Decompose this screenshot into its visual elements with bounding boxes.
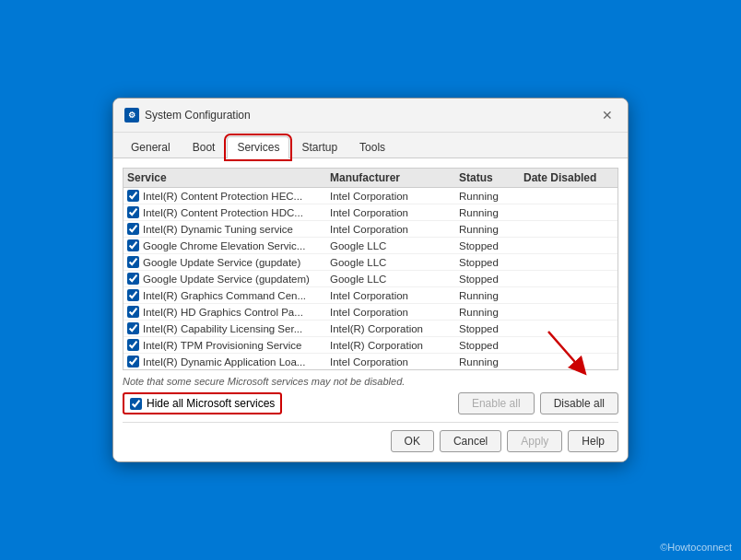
service-label: Intel(R) TPM Provisioning Service bbox=[143, 340, 301, 351]
service-checkbox[interactable] bbox=[127, 256, 139, 268]
service-checkbox[interactable] bbox=[127, 306, 139, 318]
service-status: Running bbox=[459, 207, 523, 218]
col-date-disabled: Date Disabled bbox=[523, 171, 616, 184]
service-name-cell: Google Chrome Elevation Servic... bbox=[127, 239, 330, 251]
service-checkbox[interactable] bbox=[127, 289, 139, 301]
hide-ms-text: Hide all Microsoft services bbox=[147, 397, 275, 410]
service-status: Running bbox=[459, 224, 523, 235]
service-manufacturer: Intel Corporation bbox=[330, 224, 459, 235]
enable-disable-buttons: Enable all Disable all bbox=[458, 392, 618, 414]
service-checkbox[interactable] bbox=[127, 356, 139, 368]
table-row: Intel(R) Content Protection HDC... Intel… bbox=[124, 204, 618, 221]
bottom-row: Hide all Microsoft services Enable all D… bbox=[123, 392, 618, 414]
service-manufacturer: Google LLC bbox=[330, 274, 459, 285]
help-button[interactable]: Help bbox=[568, 430, 618, 452]
service-manufacturer: Intel(R) Corporation bbox=[330, 323, 459, 334]
service-manufacturer: Intel Corporation bbox=[330, 290, 459, 301]
table-row: Intel(R) Content Protection HEC... Intel… bbox=[124, 188, 618, 204]
watermark: ©Howtoconnect bbox=[660, 542, 732, 553]
service-manufacturer: Google LLC bbox=[330, 240, 459, 251]
service-checkbox[interactable] bbox=[127, 206, 139, 218]
tab-bar: General Boot Services Startup Tools bbox=[113, 133, 628, 158]
service-status: Running bbox=[459, 307, 523, 318]
service-name-cell: Intel(R) Capability Licensing Ser... bbox=[127, 322, 330, 334]
title-bar: ⚙ System Configuration ✕ bbox=[113, 99, 628, 133]
table-header: Service Manufacturer Status Date Disable… bbox=[124, 169, 618, 188]
service-checkbox[interactable] bbox=[127, 239, 139, 251]
service-label: Google Update Service (gupdatem) bbox=[143, 274, 310, 285]
service-status: Running bbox=[459, 290, 523, 301]
table-row: Intel(R) Graphics Command Cen... Intel C… bbox=[124, 287, 618, 304]
service-label: Intel(R) HD Graphics Control Pa... bbox=[143, 307, 303, 318]
service-name-cell: Google Update Service (gupdatem) bbox=[127, 273, 330, 285]
footer-buttons: OK Cancel Apply Help bbox=[123, 422, 618, 452]
service-manufacturer: Intel Corporation bbox=[330, 191, 459, 202]
service-manufacturer: Intel Corporation bbox=[330, 356, 459, 368]
service-status: Stopped bbox=[459, 257, 523, 268]
table-row: Intel(R) Capability Licensing Ser... Int… bbox=[124, 321, 618, 337]
tab-boot[interactable]: Boot bbox=[182, 136, 226, 158]
col-status: Status bbox=[459, 171, 523, 184]
note-text: Note that some secure Microsoft services… bbox=[123, 376, 618, 387]
window-title: System Configuration bbox=[145, 109, 251, 122]
table-rows: Intel(R) Content Protection HEC... Intel… bbox=[124, 188, 618, 370]
service-label: Google Update Service (gupdate) bbox=[143, 257, 300, 268]
tab-tools[interactable]: Tools bbox=[349, 136, 395, 158]
service-label: Intel(R) Dynamic Tuning service bbox=[143, 224, 293, 235]
service-checkbox[interactable] bbox=[127, 322, 139, 334]
disable-all-button[interactable]: Disable all bbox=[540, 392, 618, 414]
table-row: Google Update Service (gupdatem) Google … bbox=[124, 271, 618, 287]
col-service: Service bbox=[127, 171, 330, 184]
service-label: Intel(R) Capability Licensing Ser... bbox=[143, 323, 302, 334]
system-configuration-window: ⚙ System Configuration ✕ General Boot Se… bbox=[112, 98, 629, 462]
service-label: Google Chrome Elevation Servic... bbox=[143, 240, 305, 251]
service-name-cell: Intel(R) TPM Provisioning Service bbox=[127, 339, 330, 351]
service-name-cell: Intel(R) Content Protection HDC... bbox=[127, 206, 330, 218]
table-row: Google Update Service (gupdate) Google L… bbox=[124, 254, 618, 271]
table-row: Intel(R) Dynamic Application Loa... Inte… bbox=[124, 354, 618, 370]
service-label: Intel(R) Content Protection HDC... bbox=[143, 207, 303, 218]
service-label: Intel(R) Content Protection HEC... bbox=[143, 191, 302, 202]
service-status: Running bbox=[459, 191, 523, 202]
apply-button[interactable]: Apply bbox=[507, 430, 562, 452]
service-name-cell: Intel(R) Content Protection HEC... bbox=[127, 190, 330, 202]
service-manufacturer: Intel Corporation bbox=[330, 207, 459, 218]
service-manufacturer: Google LLC bbox=[330, 257, 459, 268]
table-row: Intel(R) TPM Provisioning Service Intel(… bbox=[124, 337, 618, 354]
service-label: Intel(R) Graphics Command Cen... bbox=[143, 290, 306, 301]
hide-microsoft-services-label[interactable]: Hide all Microsoft services bbox=[123, 392, 282, 414]
service-checkbox[interactable] bbox=[127, 339, 139, 351]
service-status: Stopped bbox=[459, 274, 523, 285]
cancel-button[interactable]: Cancel bbox=[440, 430, 501, 452]
service-status: Stopped bbox=[459, 323, 523, 334]
service-name-cell: Intel(R) HD Graphics Control Pa... bbox=[127, 306, 330, 318]
app-icon: ⚙ bbox=[124, 108, 139, 122]
services-table[interactable]: Service Manufacturer Status Date Disable… bbox=[123, 168, 618, 370]
service-name-cell: Intel(R) Dynamic Application Loa... bbox=[127, 356, 330, 368]
hide-microsoft-services-checkbox[interactable] bbox=[130, 398, 142, 410]
service-name-cell: Intel(R) Graphics Command Cen... bbox=[127, 289, 330, 301]
tab-content: Service Manufacturer Status Date Disable… bbox=[113, 158, 628, 461]
close-button[interactable]: ✕ bbox=[598, 106, 617, 124]
tab-general[interactable]: General bbox=[121, 136, 181, 158]
ok-button[interactable]: OK bbox=[391, 430, 434, 452]
service-label: Intel(R) Dynamic Application Loa... bbox=[143, 356, 305, 368]
service-checkbox[interactable] bbox=[127, 273, 139, 285]
tab-services[interactable]: Services bbox=[227, 136, 289, 158]
service-manufacturer: Intel Corporation bbox=[330, 307, 459, 318]
table-row: Intel(R) Dynamic Tuning service Intel Co… bbox=[124, 221, 618, 238]
table-row: Google Chrome Elevation Servic... Google… bbox=[124, 238, 618, 254]
tab-startup[interactable]: Startup bbox=[291, 136, 347, 158]
table-row: Intel(R) HD Graphics Control Pa... Intel… bbox=[124, 304, 618, 321]
enable-all-button[interactable]: Enable all bbox=[458, 392, 535, 414]
service-status: Running bbox=[459, 356, 523, 368]
service-name-cell: Google Update Service (gupdate) bbox=[127, 256, 330, 268]
col-manufacturer: Manufacturer bbox=[330, 171, 459, 184]
service-checkbox[interactable] bbox=[127, 223, 139, 235]
title-bar-left: ⚙ System Configuration bbox=[124, 108, 251, 122]
service-checkbox[interactable] bbox=[127, 190, 139, 202]
service-manufacturer: Intel(R) Corporation bbox=[330, 340, 459, 351]
service-status: Stopped bbox=[459, 340, 523, 351]
service-status: Stopped bbox=[459, 240, 523, 251]
service-name-cell: Intel(R) Dynamic Tuning service bbox=[127, 223, 330, 235]
